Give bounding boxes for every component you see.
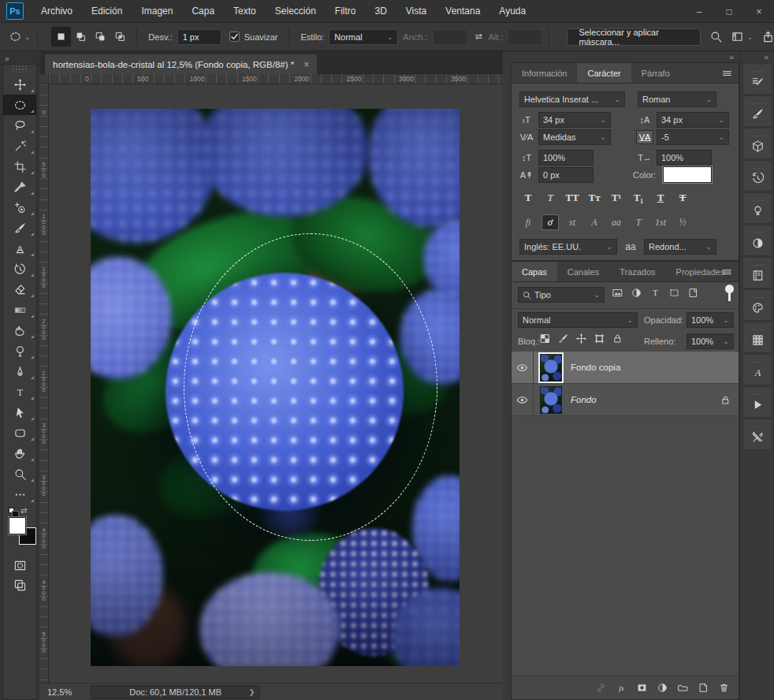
toolbar-grip[interactable] [11, 66, 28, 73]
layer-thumbnail[interactable] [540, 386, 562, 414]
elliptical-marquee-tool[interactable] [3, 95, 36, 115]
text-style-button[interactable]: TT [564, 190, 581, 206]
eraser-tool[interactable] [3, 279, 36, 300]
height-field[interactable] [508, 29, 542, 45]
glyphs[interactable]: A [742, 354, 772, 385]
canvas[interactable]: 05001000150020002500300035004000 0500100… [39, 74, 503, 683]
add-selection[interactable] [71, 27, 91, 47]
antialias-checkbox[interactable] [229, 32, 240, 42]
clone-stamp-tool[interactable] [3, 238, 36, 259]
lock-transparent[interactable] [540, 333, 550, 344]
menu-item[interactable]: Ayuda [489, 0, 535, 22]
search-icon[interactable] [710, 31, 722, 43]
text-style-button[interactable]: T [674, 190, 691, 206]
opentype-button[interactable]: ơ [541, 214, 559, 230]
color[interactable] [742, 289, 772, 321]
menu-item[interactable]: Capa [182, 0, 224, 22]
brushes[interactable] [742, 95, 772, 127]
blend-mode-select[interactable]: Normal ⌄ [518, 312, 638, 328]
opentype-button[interactable]: 1st [652, 214, 669, 230]
document-tab[interactable]: hortensias-bola-de-cristal al 12,5% (Fon… [44, 54, 318, 74]
window-button[interactable]: □ [714, 0, 744, 23]
text-style-button[interactable]: T¹ [608, 190, 625, 206]
zoom-level[interactable]: 12,5% [47, 687, 72, 697]
opentype-button[interactable]: st [564, 214, 581, 230]
zoom-tool[interactable] [3, 464, 36, 484]
chevron-down-icon[interactable]: ⌄ [746, 33, 753, 41]
move-tool[interactable] [3, 74, 36, 95]
quick-mask-icon[interactable] [14, 560, 26, 572]
type-tool[interactable]: T [3, 382, 36, 402]
path-selection-tool[interactable] [3, 402, 36, 423]
style-select[interactable]: Normal ⌄ [329, 29, 398, 45]
opentype-button[interactable]: A [586, 214, 603, 230]
text-style-button[interactable]: T [541, 190, 559, 206]
opentype-button[interactable]: T [630, 214, 647, 230]
panel-menu-icon[interactable] [722, 69, 732, 79]
link-layers[interactable] [596, 683, 606, 693]
type-filter[interactable]: T [650, 288, 661, 298]
layer-thumbnail[interactable] [540, 354, 562, 382]
pixel-filter[interactable] [612, 288, 623, 298]
selection-marching-ants[interactable] [184, 233, 437, 541]
font-size-field[interactable]: 34 px ⌄ [538, 112, 611, 128]
quick-selection-tool[interactable] [3, 136, 36, 156]
text-style-button[interactable]: T₁ [630, 190, 647, 206]
menu-item[interactable]: Vista [396, 0, 436, 22]
history[interactable] [742, 160, 772, 192]
layer-styles[interactable]: fx [616, 683, 627, 693]
smudge-tool[interactable] [3, 320, 36, 341]
layer-row[interactable]: Fondo copia [512, 352, 739, 384]
hand-tool[interactable] [3, 443, 36, 464]
kerning-select[interactable]: Medidas ⌄ [538, 129, 611, 145]
swap-colors-icon[interactable]: ⇄ [20, 506, 27, 515]
photo-hydrangeas[interactable] [91, 109, 460, 666]
delete-layer[interactable] [719, 683, 729, 693]
window-button[interactable]: – [684, 0, 714, 23]
foreground-color-swatch[interactable] [9, 517, 26, 534]
default-colors-icon[interactable] [9, 508, 14, 513]
patterns[interactable] [742, 322, 772, 353]
adjustment-layer[interactable] [657, 683, 668, 693]
new-group[interactable] [678, 683, 688, 693]
select-and-mask-button[interactable]: Seleccionar y aplicar máscara... [567, 28, 701, 46]
shape-filter[interactable] [669, 288, 679, 298]
tool-preset-picker[interactable]: ⌄ [9, 31, 31, 43]
subtract-selection[interactable] [91, 27, 110, 47]
filter-toggle-pin[interactable] [725, 285, 734, 301]
panel-tab[interactable]: Carácter [577, 63, 631, 83]
workspace-icon[interactable] [731, 31, 743, 43]
menu-item[interactable]: Selección [266, 0, 326, 22]
collapse-panels-icon[interactable]: » [511, 51, 739, 62]
text-color-swatch[interactable] [663, 166, 712, 183]
close-tab-icon[interactable]: × [303, 59, 309, 70]
screen-mode-icon[interactable] [14, 579, 26, 591]
collapse-strip-icon[interactable]: « [764, 53, 768, 61]
window-button[interactable]: × [744, 0, 774, 23]
menu-item[interactable]: Edición [82, 0, 132, 22]
text-style-button[interactable]: Tᴛ [586, 190, 603, 206]
panel-tab[interactable]: Capas [512, 262, 557, 281]
actions[interactable] [742, 386, 772, 418]
status-chevron-icon[interactable]: ❯ [249, 688, 255, 696]
visibility-eye-icon[interactable] [516, 362, 528, 374]
panel-tab[interactable]: Trazados [609, 262, 665, 281]
gradient-tool[interactable] [3, 300, 36, 320]
panel-tab[interactable]: Información [512, 63, 577, 83]
swap-dimensions-icon[interactable] [474, 32, 484, 42]
brush-settings[interactable] [742, 63, 772, 95]
new-layer[interactable] [698, 683, 709, 693]
font-style-select[interactable]: Roman ⌄ [638, 91, 716, 107]
edit-toolbar[interactable] [3, 484, 36, 505]
lock-artboard[interactable] [594, 333, 605, 344]
lasso-tool[interactable] [3, 115, 36, 136]
dodge-tool[interactable] [3, 341, 36, 361]
menu-item[interactable]: Ventana [436, 0, 489, 22]
3d[interactable] [742, 128, 772, 159]
lock-all[interactable] [612, 333, 623, 344]
document-size-info[interactable]: Doc: 60,1 MB/120,1 MB ❯ [91, 685, 260, 699]
eyedropper-tool[interactable] [3, 177, 36, 197]
tracking-field[interactable]: -5 ⌄ [657, 129, 729, 145]
menu-item[interactable]: Texto [224, 0, 266, 22]
menu-item[interactable]: Archivo [32, 0, 82, 22]
